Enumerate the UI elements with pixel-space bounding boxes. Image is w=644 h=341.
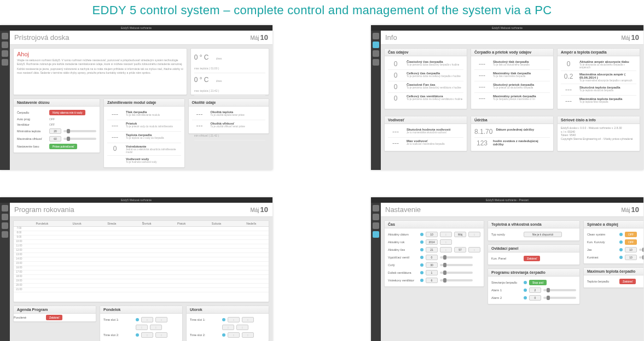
schedule-icon[interactable]	[2, 50, 8, 57]
schedule-cell[interactable]	[164, 240, 199, 244]
schedule-cell[interactable]	[94, 284, 129, 287]
schedule-cell[interactable]	[94, 257, 129, 261]
probe-select[interactable]: Nie je k dispozícii	[524, 232, 562, 237]
slider[interactable]	[440, 279, 473, 281]
schedule-cell[interactable]	[234, 266, 269, 270]
schedule-cell[interactable]	[60, 284, 95, 287]
schedule-cell[interactable]	[60, 288, 95, 292]
schedule-cell[interactable]	[25, 240, 60, 244]
info-icon[interactable]	[373, 214, 379, 220]
schedule-cell[interactable]	[94, 231, 129, 235]
disable-button[interactable]: Zakázať	[524, 256, 540, 261]
slider[interactable]	[639, 256, 643, 258]
schedule-cell[interactable]	[234, 271, 269, 274]
schedule-cell[interactable]	[60, 275, 95, 279]
info-icon[interactable]	[222, 333, 225, 337]
value-select[interactable]: 6	[426, 278, 438, 283]
settings-icon[interactable]	[2, 59, 8, 66]
schedule-cell[interactable]	[234, 249, 269, 252]
schedule-cell[interactable]	[199, 257, 234, 261]
schedule-cell[interactable]	[25, 249, 60, 252]
schedule-cell[interactable]	[25, 284, 60, 287]
value-select[interactable]: :	[440, 247, 452, 252]
value-select[interactable]: 10	[625, 247, 637, 252]
schedule-cell[interactable]	[129, 244, 164, 248]
schedule-cell[interactable]	[60, 271, 95, 274]
value-select[interactable]: 10	[625, 255, 637, 260]
time-select[interactable]: :	[242, 332, 254, 338]
schedule-cell[interactable]	[199, 240, 234, 244]
value-select[interactable]: 2	[529, 287, 541, 293]
value-select[interactable]: 0	[426, 255, 438, 260]
schedule-cell[interactable]	[164, 266, 199, 270]
schedule-cell[interactable]	[94, 240, 129, 244]
dashboard-icon[interactable]	[2, 33, 8, 39]
settings-icon[interactable]	[373, 59, 379, 66]
schedule-cell[interactable]	[60, 244, 95, 248]
schedule-cell[interactable]	[129, 236, 164, 239]
schedule-cell[interactable]	[199, 288, 234, 292]
time-select[interactable]: :	[155, 332, 167, 338]
schedule-cell[interactable]	[199, 279, 234, 283]
schedule-cell[interactable]	[129, 227, 164, 231]
schedule-cell[interactable]	[129, 284, 164, 287]
schedule-cell[interactable]	[234, 227, 269, 231]
schedule-cell[interactable]	[164, 271, 199, 274]
schedule-cell[interactable]	[94, 271, 129, 274]
schedule-cell[interactable]	[129, 249, 164, 252]
schedule-cell[interactable]	[199, 236, 234, 239]
schedule-cell[interactable]	[199, 262, 234, 266]
schedule-cell[interactable]	[60, 236, 95, 239]
schedule-cell[interactable]	[25, 279, 60, 283]
schedule-cell[interactable]	[25, 253, 60, 257]
schedule-cell[interactable]	[25, 227, 60, 231]
schedule-cell[interactable]	[129, 266, 164, 270]
schedule-icon[interactable]	[2, 222, 8, 229]
schedule-cell[interactable]	[60, 253, 95, 257]
schedule-cell[interactable]	[199, 253, 234, 257]
info-icon[interactable]	[420, 233, 423, 236]
info-icon[interactable]	[524, 289, 527, 292]
schedule-cell[interactable]	[25, 257, 60, 261]
time-select[interactable]: :	[242, 317, 254, 322]
value-select[interactable]: 2014	[426, 239, 438, 245]
schedule-cell[interactable]	[94, 253, 129, 257]
schedule-cell[interactable]	[129, 231, 164, 235]
info-icon[interactable]	[524, 281, 527, 284]
schedule-cell[interactable]	[164, 284, 199, 287]
schedule-cell[interactable]	[94, 236, 129, 239]
dashboard-icon[interactable]	[373, 33, 379, 39]
info-icon[interactable]	[420, 248, 423, 251]
schedule-cell[interactable]	[164, 231, 199, 235]
info-icon[interactable]	[373, 42, 379, 48]
dashboard-icon[interactable]	[373, 205, 379, 211]
slider[interactable]	[639, 249, 643, 251]
schedule-cell[interactable]	[94, 288, 129, 292]
value-select[interactable]: 10	[426, 232, 438, 237]
time-select[interactable]: :	[228, 332, 240, 338]
time-select[interactable]: :	[141, 332, 153, 338]
schedule-cell[interactable]	[164, 288, 199, 292]
schedule-cell[interactable]	[129, 275, 164, 279]
time-select[interactable]: :	[136, 325, 148, 330]
time-select[interactable]: :	[236, 325, 248, 330]
value-select[interactable]: 57	[454, 247, 466, 252]
info-icon[interactable]	[420, 240, 423, 244]
info-icon[interactable]	[524, 296, 527, 299]
value-select[interactable]: :	[440, 232, 452, 237]
slider[interactable]	[543, 289, 576, 291]
time-select[interactable]: :	[141, 317, 153, 322]
schedule-cell[interactable]	[164, 253, 199, 257]
value-select[interactable]: 1	[426, 270, 438, 275]
slider[interactable]	[440, 256, 473, 258]
schedule-cell[interactable]	[25, 288, 60, 292]
slider[interactable]	[440, 264, 473, 266]
schedule-cell[interactable]	[94, 244, 129, 248]
schedule-cell[interactable]	[129, 262, 164, 266]
schedule-cell[interactable]	[94, 227, 129, 231]
schedule-cell[interactable]	[199, 266, 234, 270]
schedule-cell[interactable]	[60, 231, 95, 235]
schedule-cell[interactable]	[129, 257, 164, 261]
action-button[interactable]: OFF	[625, 232, 637, 237]
schedule-cell[interactable]	[164, 257, 199, 261]
